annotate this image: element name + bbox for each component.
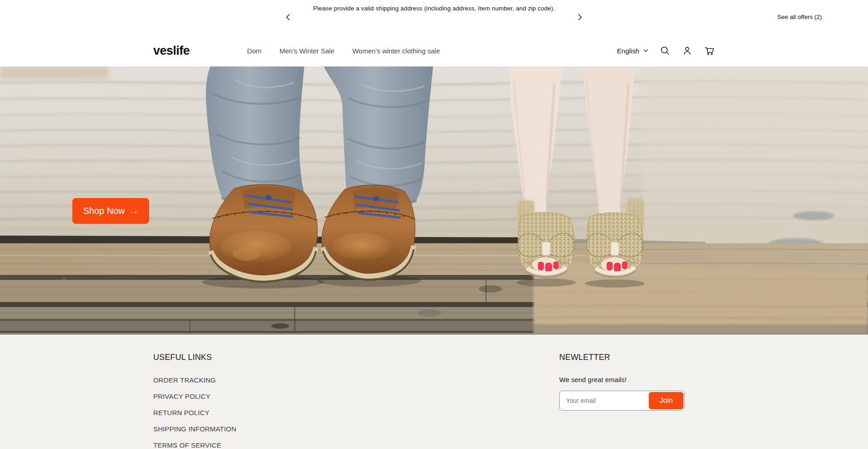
- announcement-next-button[interactable]: [575, 13, 585, 23]
- chevron-left-icon: [285, 14, 291, 22]
- language-selector[interactable]: English: [617, 47, 648, 55]
- chevron-right-icon: [577, 14, 583, 22]
- announcement-prev-button[interactable]: [283, 13, 293, 23]
- newsletter-form: Join: [559, 391, 685, 411]
- cart-button[interactable]: [704, 45, 715, 56]
- account-button[interactable]: [682, 45, 693, 56]
- footer-link-return-policy[interactable]: RETURN POLICY: [153, 409, 236, 416]
- join-button[interactable]: Join: [649, 392, 684, 409]
- announcement-message: Please provide a valid shipping address …: [0, 5, 868, 12]
- footer-newsletter: NEWLETTER We send great emails! Join: [559, 353, 685, 411]
- site-footer: USEFUL LINKS ORDER TRACKING PRIVACY POLI…: [0, 335, 868, 449]
- newsletter-subtitle: We send great emails!: [559, 376, 685, 383]
- cart-icon: [704, 46, 715, 56]
- store-logo[interactable]: veslife: [153, 44, 190, 58]
- email-input[interactable]: [561, 392, 649, 409]
- useful-links-title: USEFUL LINKS: [153, 353, 236, 362]
- footer-link-shipping-information[interactable]: SHIPPING INFORMATION: [153, 425, 236, 433]
- site-header: veslife Dom Men's Winter Sale Women's wi…: [0, 35, 868, 66]
- newsletter-title: NEWLETTER: [559, 353, 685, 362]
- user-icon: [682, 46, 692, 56]
- nav-item-home[interactable]: Dom: [247, 47, 262, 55]
- see-all-offers-link[interactable]: See all offers (2): [777, 14, 822, 20]
- hero-banner: Shop Now →: [0, 66, 868, 335]
- footer-link-order-tracking[interactable]: ORDER TRACKING: [153, 376, 236, 384]
- search-icon: [660, 46, 670, 56]
- main-nav: Dom Men's Winter Sale Women's winter clo…: [247, 47, 440, 55]
- shop-now-label: Shop Now: [83, 206, 125, 216]
- search-button[interactable]: [660, 45, 670, 56]
- storefront-page: Please provide a valid shipping address …: [0, 0, 868, 449]
- shop-now-button[interactable]: Shop Now →: [72, 198, 149, 224]
- nav-item-womens-winter-clothing-sale[interactable]: Women's winter clothing sale: [352, 47, 440, 55]
- footer-link-privacy-policy[interactable]: PRIVACY POLICY: [153, 392, 236, 400]
- arrow-right-icon: →: [129, 206, 138, 216]
- language-selected-label: English: [617, 47, 639, 55]
- announcement-bar: Please provide a valid shipping address …: [0, 0, 868, 35]
- chevron-down-icon: [643, 49, 648, 52]
- footer-link-terms-of-service[interactable]: TERMS OF SERVICE: [153, 441, 236, 449]
- nav-item-mens-winter-sale[interactable]: Men's Winter Sale: [279, 47, 334, 55]
- footer-useful-links: USEFUL LINKS ORDER TRACKING PRIVACY POLI…: [153, 353, 236, 449]
